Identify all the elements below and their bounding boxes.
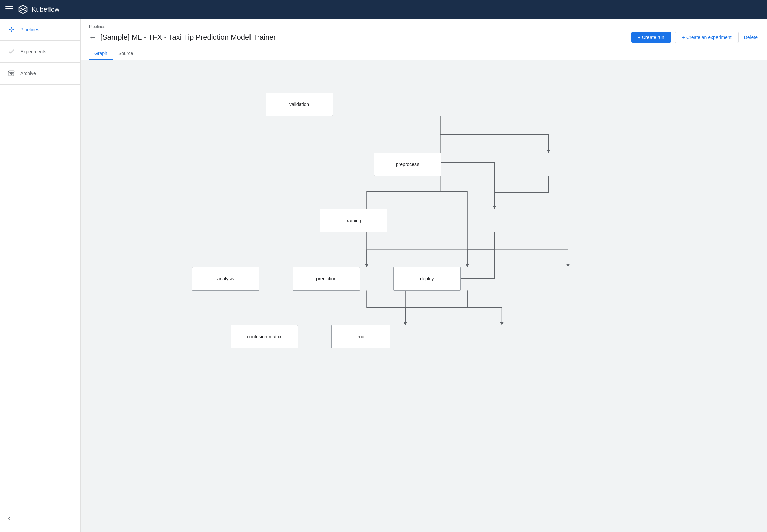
svg-rect-2 — [5, 11, 13, 11]
svg-marker-29 — [500, 322, 504, 325]
collapse-icon: ‹ — [8, 514, 10, 522]
page-title: [Sample] ML - TFX - Taxi Tip Prediction … — [100, 33, 276, 42]
sidebar-divider-2 — [0, 62, 80, 63]
breadcrumb: Pipelines — [89, 24, 759, 29]
svg-marker-18 — [547, 150, 551, 153]
page-title-area: ← [Sample] ML - TFX - Taxi Tip Predictio… — [89, 33, 276, 42]
svg-marker-27 — [404, 322, 407, 325]
graph-area: validationpreprocesstraininganalysispred… — [81, 60, 767, 532]
collapse-button[interactable]: ‹ — [0, 509, 80, 527]
sidebar-item-archive[interactable]: Archive — [0, 65, 80, 81]
sidebar-item-pipelines-label: Pipelines — [20, 27, 39, 32]
main-content: Pipelines ← [Sample] ML - TFX - Taxi Tip… — [81, 19, 767, 532]
pipeline-node-deploy[interactable]: deploy — [393, 267, 461, 291]
pipeline-node-analysis[interactable]: analysis — [192, 267, 259, 291]
svg-marker-20 — [365, 264, 368, 267]
svg-point-8 — [11, 27, 12, 28]
app-title: Kubeflow — [32, 6, 59, 13]
pipeline-node-validation[interactable]: validation — [266, 93, 333, 116]
topbar: Pipelines ← [Sample] ML - TFX - Taxi Tip… — [81, 19, 767, 60]
app-header: Kubeflow — [0, 0, 767, 19]
page-header: ← [Sample] ML - TFX - Taxi Tip Predictio… — [89, 32, 759, 43]
svg-marker-22 — [493, 206, 496, 209]
delete-button[interactable]: Delete — [743, 32, 759, 43]
sidebar-item-experiments-label: Experiments — [20, 49, 46, 54]
svg-marker-25 — [566, 264, 570, 267]
sidebar-item-archive-label: Archive — [20, 71, 36, 76]
svg-point-10 — [13, 29, 14, 30]
tab-source[interactable]: Source — [113, 47, 138, 60]
sidebar-item-pipelines[interactable]: Pipelines — [0, 22, 80, 38]
menu-icon[interactable] — [5, 5, 13, 14]
svg-point-7 — [9, 29, 10, 30]
pipeline-node-prediction[interactable]: prediction — [293, 267, 360, 291]
create-experiment-button[interactable]: + Create an experiment — [675, 32, 739, 43]
pipeline-node-training[interactable]: training — [320, 209, 387, 232]
svg-rect-0 — [5, 6, 13, 7]
tabs: Graph Source — [89, 47, 759, 60]
header-actions: + Create run + Create an experiment Dele… — [631, 32, 759, 43]
sidebar-item-experiments[interactable]: Experiments — [0, 43, 80, 60]
pipeline-node-preprocess[interactable]: preprocess — [374, 153, 441, 176]
tab-graph[interactable]: Graph — [89, 47, 113, 60]
create-run-button[interactable]: + Create run — [631, 32, 671, 43]
svg-marker-19 — [493, 206, 496, 209]
svg-marker-28 — [404, 322, 407, 325]
sidebar: Pipelines Experiments Archive ‹ — [0, 19, 81, 532]
svg-rect-1 — [5, 8, 13, 9]
app-logo: Kubeflow — [18, 4, 59, 15]
main-layout: Pipelines Experiments Archive ‹ — [0, 19, 767, 532]
sidebar-divider-3 — [0, 84, 80, 85]
sidebar-divider-1 — [0, 40, 80, 41]
back-button[interactable]: ← — [89, 33, 96, 42]
pipeline-node-roc[interactable]: roc — [331, 325, 390, 348]
svg-marker-23 — [365, 264, 368, 267]
svg-point-9 — [11, 31, 12, 32]
svg-marker-21 — [466, 264, 469, 267]
pipeline-node-confusion-matrix[interactable]: confusion-matrix — [231, 325, 298, 348]
graph-container: validationpreprocesstraininganalysispred… — [81, 60, 767, 532]
svg-marker-24 — [466, 264, 469, 267]
svg-marker-26 — [404, 322, 407, 325]
